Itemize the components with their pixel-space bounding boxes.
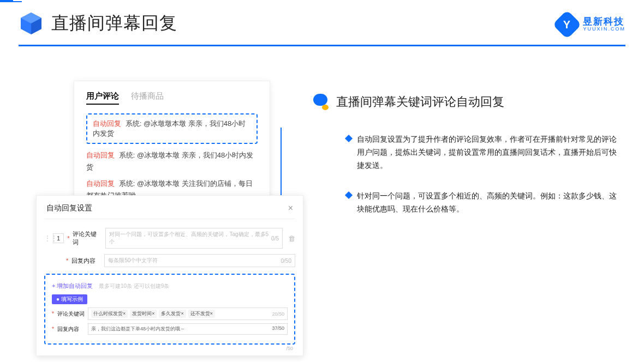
bullet-item: 针对同一个问题，可设置多个相近的、高频的关键词。例如：这款多少钱、这块能优惠吗、… [346,190,619,216]
add-auto-reply-link[interactable]: + 增加自动回复 [52,282,93,289]
tab-products[interactable]: 待播商品 [131,91,164,105]
bullet-item: 自动回复设置为了提升作者的评论回复效率，作者可在开播前针对常见的评论用户问题，提… [346,133,619,172]
diamond-bullet-icon [345,135,353,142]
header-divider [19,45,625,46]
index-badge: 1 [53,233,64,243]
tabs: 用户评论 待播商品 [86,91,258,105]
modal-title: 自动回复设置 [46,203,92,213]
comment-row: 自动回复 系统: @冰墩墩本墩 亲亲，我们48小时内发货 [86,149,258,173]
required-star: * [67,235,69,242]
modal-header: 自动回复设置 × [44,203,295,219]
brand-text: 昱新科技 YUUXIN.COM [583,17,625,32]
tag-item[interactable]: 发货时间× [130,310,157,318]
keyword-row: ⋮⋮ 1 * 评论关键词 对同一个问题，可设置多个相近、高频的关键词，Tag确定… [44,228,295,249]
tag-item[interactable]: 还不发货× [188,310,215,318]
tag-item[interactable]: 什么时候发货× [91,310,128,318]
bottom-counter: /50 [286,346,293,351]
add-hint: 最多可建10条 还可以创建9条 [99,283,169,289]
chat-bubble-icon [313,94,330,110]
page-header: 直播间弹幕回复 Y 昱新科技 YUUXIN.COM [19,11,625,36]
drag-handle-icon[interactable]: ⋮⋮ [44,234,50,242]
delete-icon[interactable]: 🗑 [288,234,295,243]
example-tag-input[interactable]: 什么时候发货× 发货时间× 多久发货× 还不发货× 20/50 [88,307,288,320]
close-icon[interactable]: × [288,203,293,213]
example-keyword-row: * 评论关键词 什么时候发货× 发货时间× 多久发货× 还不发货× 20/50 [52,307,288,320]
example-reply-input[interactable]: 亲，我们这边都是下单48小时内发货的哦～ 37/50 [88,323,288,335]
section-title: 直播间弹幕关键词评论自动回复 [336,94,504,110]
highlighted-comment: 自动回复 系统: @冰墩墩本墩 亲亲，我们48小时内发货 [86,113,258,144]
brand-block: Y 昱新科技 YUUXIN.COM [557,14,625,35]
example-badge: ● 填写示例 [52,294,87,304]
tag-item[interactable]: 多久发货× [159,310,186,318]
brand-logo-icon: Y [553,10,582,39]
tab-user-comments[interactable]: 用户评论 [86,91,119,105]
keyword-input[interactable]: 对同一个问题，可设置多个相近、高频的关键词，Tag确定，最多5个 0/5 [105,228,283,249]
diamond-bullet-icon [345,191,353,199]
reply-row: * 回复内容 每条限50个中文字符 0/50 [44,254,295,267]
connector-line [0,1,22,2]
required-star: * [66,257,68,264]
example-box: + 增加自动回复 最多可建10条 还可以创建9条 ● 填写示例 * 评论关键词 … [44,274,295,345]
reply-input[interactable]: 每条限50个中文字符 0/50 [104,254,295,267]
keyword-label: 评论关键词 [73,230,102,246]
reply-label: 回复内容 [71,257,101,265]
cube-icon [19,11,44,36]
example-reply-row: * 回复内容 亲，我们这边都是下单48小时内发货的哦～ 37/50 [52,323,288,335]
auto-reply-settings: 自动回复设置 × ⋮⋮ 1 * 评论关键词 对同一个问题，可设置多个相近、高频的… [36,195,303,356]
section-heading: 直播间弹幕关键词评论自动回复 [313,94,504,110]
page-title: 直播间弹幕回复 [51,11,177,35]
